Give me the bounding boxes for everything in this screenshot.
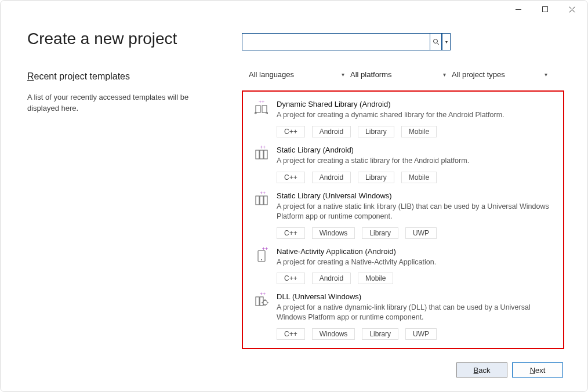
template-tag: C++	[277, 172, 305, 183]
svg-text:++: ++	[260, 191, 266, 196]
svg-text:++: ++	[260, 292, 266, 297]
svg-rect-7	[260, 150, 263, 159]
template-item[interactable]: ++Dynamic Shared Library (Android)A proj…	[253, 97, 553, 143]
template-title: Static Library (Universal Windows)	[277, 191, 553, 200]
svg-rect-4	[262, 106, 267, 112]
maximize-icon	[542, 6, 548, 12]
template-list: ++Dynamic Shared Library (Android)A proj…	[242, 90, 564, 349]
chevron-down-icon: ▾	[445, 39, 448, 45]
svg-point-15	[261, 259, 262, 260]
minimize-button[interactable]	[505, 1, 532, 17]
template-icon: ++	[253, 146, 270, 162]
chevron-down-icon: ▾	[342, 71, 344, 78]
maximize-button[interactable]	[532, 1, 558, 17]
template-body: Static Library (Universal Windows)A proj…	[277, 191, 553, 239]
svg-rect-11	[260, 196, 263, 205]
template-tags: C++WindowsLibraryUWP	[277, 328, 553, 340]
filter-platform[interactable]: All platforms ▾	[349, 68, 451, 81]
template-desc: A project for a native static link libra…	[277, 202, 553, 222]
template-title: Native-Activity Application (Android)	[277, 247, 553, 256]
template-tag: Android	[312, 273, 351, 284]
template-icon: ++	[253, 191, 270, 208]
filter-label: All project types	[452, 70, 505, 79]
template-item[interactable]: ++Static Library (Android)A project for …	[253, 143, 553, 189]
template-tag: Android	[312, 126, 351, 137]
filter-label: All languages	[249, 70, 294, 79]
template-tag: Mobile	[358, 273, 393, 284]
page-title: Create a new project	[27, 30, 219, 48]
template-body: Native-Activity Application (Android)A p…	[277, 247, 553, 285]
svg-rect-3	[256, 106, 260, 112]
svg-text:++: ++	[262, 247, 268, 252]
template-tags: C++AndroidLibraryMobile	[277, 172, 553, 183]
svg-rect-12	[264, 196, 267, 205]
template-body: Static Library (Android)A project for cr…	[277, 146, 553, 183]
svg-point-2	[433, 39, 437, 43]
template-tags: C++AndroidMobile	[277, 273, 553, 284]
template-item[interactable]: ++Static Library (Universal Windows)A pr…	[253, 189, 553, 245]
template-tag: C++	[277, 273, 305, 284]
search-dropdown-button[interactable]: ▾	[442, 33, 451, 50]
template-icon: ++	[253, 292, 270, 308]
template-desc: A project for creating a Native-Activity…	[277, 257, 553, 267]
template-tags: C++WindowsLibraryUWP	[277, 227, 553, 239]
recent-templates-desc: A list of your recently accessed templat…	[27, 92, 219, 114]
template-tag: Library	[358, 172, 394, 183]
filter-language[interactable]: All languages ▾	[248, 68, 349, 81]
filter-label: All platforms	[350, 70, 392, 79]
close-button[interactable]	[558, 1, 585, 17]
template-title: Dynamic Shared Library (Android)	[277, 100, 553, 108]
svg-rect-17	[256, 297, 259, 306]
recent-templates-heading: Recent project templates	[27, 71, 219, 82]
svg-text:++: ++	[259, 100, 265, 105]
content: Create a new project Recent project temp…	[1, 18, 587, 366]
svg-rect-0	[516, 9, 521, 10]
template-item[interactable]: ++Native-Activity Application (Android)A…	[253, 245, 553, 291]
back-button[interactable]: Back	[456, 362, 507, 378]
template-tag: C++	[277, 126, 305, 137]
svg-text:++: ++	[260, 146, 266, 150]
template-tag: Library	[358, 126, 394, 137]
template-tag: Windows	[312, 328, 355, 340]
titlebar	[1, 1, 587, 18]
filters: All languages ▾ All platforms ▾ All proj…	[242, 68, 564, 81]
template-tag: Mobile	[401, 126, 437, 137]
template-desc: A project for a native dynamic-link libr…	[277, 303, 553, 322]
template-tag: Windows	[312, 227, 355, 239]
template-desc: A project for creating a dynamic shared …	[277, 110, 553, 120]
chevron-down-icon: ▾	[443, 71, 446, 78]
search-icon	[433, 38, 440, 45]
template-tag: C++	[277, 227, 305, 239]
template-tag: Library	[362, 328, 398, 340]
right-column: ▾ All languages ▾ All platforms ▾ All pr…	[242, 30, 564, 366]
search-input[interactable]	[242, 33, 430, 50]
template-tag: UWP	[405, 227, 437, 239]
template-body: DLL (Universal Windows)A project for a n…	[277, 292, 553, 340]
template-body: Dynamic Shared Library (Android)A projec…	[277, 100, 553, 137]
search-icon-button[interactable]	[430, 33, 442, 50]
search-box: ▾	[242, 33, 451, 50]
template-item[interactable]: ++DLL (Universal Windows)A project for a…	[253, 290, 553, 346]
svg-rect-8	[264, 150, 267, 159]
template-title: DLL (Universal Windows)	[277, 292, 553, 301]
next-button[interactable]: Next	[512, 362, 563, 378]
template-icon: ++	[253, 100, 270, 116]
template-tag: Android	[312, 172, 351, 183]
svg-rect-6	[256, 150, 259, 159]
footer: Back Next	[456, 362, 563, 378]
template-tags: C++AndroidLibraryMobile	[277, 126, 553, 137]
template-desc: A project for creating a static library …	[277, 156, 553, 166]
template-tag: Mobile	[401, 172, 437, 183]
left-column: Create a new project Recent project temp…	[27, 30, 219, 366]
svg-rect-1	[543, 7, 548, 12]
template-tag: C++	[277, 328, 305, 340]
filter-project-type[interactable]: All project types ▾	[451, 68, 552, 81]
template-tag: Library	[362, 227, 398, 239]
chevron-down-icon: ▾	[545, 71, 547, 78]
svg-rect-18	[260, 297, 263, 306]
template-tag: UWP	[405, 328, 437, 340]
template-icon: ++	[253, 247, 270, 263]
minimize-icon	[516, 9, 521, 10]
close-icon	[569, 6, 575, 13]
template-title: Static Library (Android)	[277, 146, 553, 154]
